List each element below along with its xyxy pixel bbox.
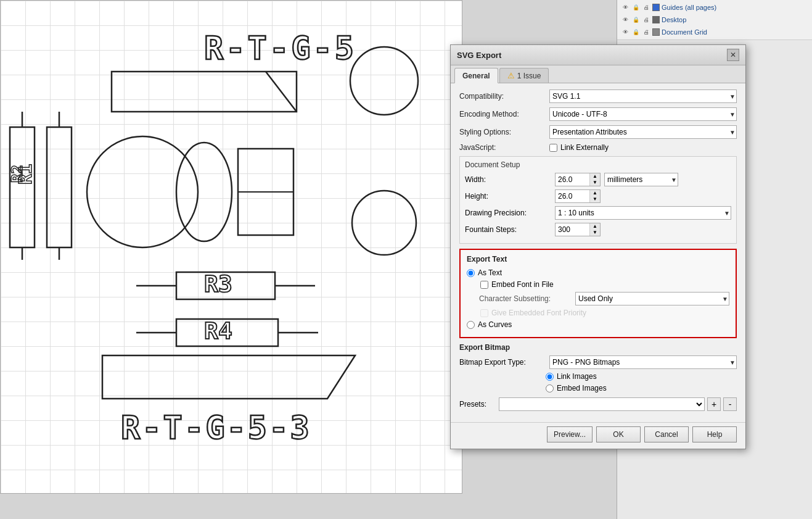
compatibility-label: Compatibility: [459, 92, 546, 101]
embed-images-label: Embed Images [557, 384, 607, 392]
layer-color [652, 4, 660, 11]
bitmap-type-select[interactable]: PNG - PNG Bitmaps [549, 355, 737, 369]
bitmap-type-label: Bitmap Export Type: [459, 358, 546, 367]
preview-button[interactable]: Preview... [547, 426, 593, 442]
give-priority-row: Give Embedded Font Priority [479, 309, 729, 317]
link-images-label: Link Images [557, 372, 597, 381]
help-button[interactable]: Help [692, 426, 737, 442]
width-input[interactable] [556, 173, 589, 186]
document-setup-section: Document Setup Width: ▲ ▼ millimeters ▼ [459, 156, 737, 244]
as-text-radio-row: As Text [467, 268, 729, 277]
fountain-steps-spinner: ▲ ▼ [589, 223, 600, 236]
eye-icon[interactable]: 👁 [621, 15, 630, 24]
character-subsetting-label: Character Subsetting: [479, 294, 572, 303]
layer-item[interactable]: 👁 🔒 🖨 Document Grid [617, 26, 812, 38]
width-input-wrap: ▲ ▼ [555, 173, 601, 186]
width-increment[interactable]: ▲ [590, 173, 600, 180]
encoding-row: Encoding Method: Unicode - UTF-8 ▼ [459, 107, 737, 121]
height-input[interactable] [556, 190, 589, 202]
width-label: Width: [465, 175, 551, 184]
compatibility-select[interactable]: SVG 1.1 [549, 89, 737, 103]
canvas-drawing: R-T-G-5 R1 R2 [0, 0, 462, 494]
svg-text:R-T-G-5-3: R-T-G-5-3 [121, 409, 311, 446]
circuit-diagram: R-T-G-5 R1 R2 [1, 1, 462, 494]
encoding-label: Encoding Method: [459, 110, 546, 118]
layer-label: Document Grid [662, 28, 707, 36]
unit-dropdown-wrap: millimeters ▼ [604, 173, 678, 186]
eye-icon[interactable]: 👁 [621, 28, 630, 36]
embed-font-checkbox[interactable] [480, 281, 488, 289]
as-curves-radio[interactable] [467, 321, 475, 329]
link-images-radio[interactable] [546, 373, 554, 381]
dialog-titlebar: SVG Export ✕ [451, 45, 745, 65]
styling-row: Styling Options: Presentation Attributes… [459, 125, 737, 139]
print-icon: 🖨 [642, 28, 650, 36]
height-input-wrap: ▲ ▼ [555, 189, 601, 203]
link-externally-text: Link Externally [560, 143, 609, 152]
as-text-radio[interactable] [467, 269, 475, 277]
ok-button[interactable]: OK [596, 426, 641, 442]
presets-select[interactable] [499, 397, 705, 411]
preset-add-button[interactable]: + [707, 397, 721, 411]
character-subsetting-row: Character Subsetting: Used Only ▼ [479, 292, 729, 305]
close-button[interactable]: ✕ [727, 49, 739, 61]
tab-general[interactable]: General [454, 68, 498, 83]
styling-select[interactable]: Presentation Attributes [549, 125, 737, 139]
export-text-section: Export Text As Text Embed Font in File C… [459, 249, 737, 338]
encoding-select[interactable]: Unicode - UTF-8 [549, 107, 737, 121]
cancel-button[interactable]: Cancel [644, 426, 689, 442]
fountain-increment[interactable]: ▲ [590, 223, 600, 230]
document-setup-title: Document Setup [465, 160, 731, 169]
dialog-footer: Preview... OK Cancel Help [451, 422, 745, 449]
drawing-precision-select[interactable]: 1 : 10 units [555, 206, 731, 220]
fountain-decrement[interactable]: ▼ [590, 230, 600, 236]
layer-item[interactable]: 👁 🔒 🖨 Guides (all pages) [617, 1, 812, 14]
preset-remove-button[interactable]: - [723, 397, 737, 411]
link-externally-label[interactable]: Link Externally [549, 143, 609, 152]
fountain-steps-row: Fountain Steps: ▲ ▼ [465, 223, 731, 236]
layer-color [652, 28, 660, 36]
height-row: Height: ▲ ▼ [465, 189, 731, 203]
layers-list: 👁 🔒 🖨 Guides (all pages) 👁 🔒 🖨 Desktop 👁… [617, 0, 812, 40]
layer-label: Desktop [662, 16, 686, 23]
character-subsetting-dropdown: Used Only ▼ [575, 292, 729, 305]
compatibility-dropdown-wrap: SVG 1.1 ▼ [549, 89, 737, 103]
width-row: Width: ▲ ▼ millimeters ▼ [465, 173, 731, 186]
as-curves-radio-row: As Curves [467, 320, 729, 329]
tab-issue-label: 1 Issue [517, 72, 541, 80]
embed-font-row: Embed Font in File [479, 280, 729, 289]
embed-images-row: Embed Images [459, 384, 737, 392]
javascript-row: JavaScript: Link Externally [459, 143, 737, 152]
export-bitmap-title: Export Bitmap [459, 343, 737, 352]
dialog-tabs: General ⚠ 1 Issue [451, 65, 745, 83]
give-priority-checkbox [480, 309, 488, 317]
export-text-title: Export Text [467, 255, 729, 264]
height-spinner: ▲ ▼ [589, 190, 600, 202]
bitmap-type-dropdown: PNG - PNG Bitmaps ▼ [549, 355, 737, 369]
presets-label: Presets: [459, 400, 496, 409]
svg-text:R-T-G-5: R-T-G-5 [204, 30, 356, 67]
eye-icon[interactable]: 👁 [621, 3, 630, 12]
embed-font-label: Embed Font in File [491, 280, 554, 289]
fountain-steps-label: Fountain Steps: [465, 225, 551, 234]
svg-text:R2: R2 [9, 165, 26, 183]
drawing-precision-dropdown: 1 : 10 units ▼ [555, 206, 731, 220]
height-increment[interactable]: ▲ [590, 190, 600, 196]
lock-icon: 🔒 [631, 28, 640, 36]
styling-label: Styling Options: [459, 128, 546, 136]
character-subsetting-select[interactable]: Used Only [575, 292, 729, 305]
width-spinner: ▲ ▼ [589, 173, 600, 186]
lock-icon: 🔒 [631, 3, 640, 12]
link-externally-checkbox[interactable] [549, 144, 557, 152]
layer-item[interactable]: 👁 🔒 🖨 Desktop [617, 14, 812, 26]
embed-images-radio[interactable] [546, 384, 554, 392]
width-decrement[interactable]: ▼ [590, 180, 600, 186]
tab-issues[interactable]: ⚠ 1 Issue [499, 68, 549, 83]
styling-dropdown-wrap: Presentation Attributes ▼ [549, 125, 737, 139]
height-decrement[interactable]: ▼ [590, 196, 600, 202]
export-bitmap-section: Export Bitmap Bitmap Export Type: PNG - … [459, 343, 737, 392]
fountain-steps-input[interactable] [556, 223, 589, 236]
unit-select[interactable]: millimeters [604, 173, 678, 186]
dialog-title: SVG Export [457, 51, 501, 60]
as-text-suboptions: Embed Font in File Character Subsetting:… [467, 280, 729, 317]
